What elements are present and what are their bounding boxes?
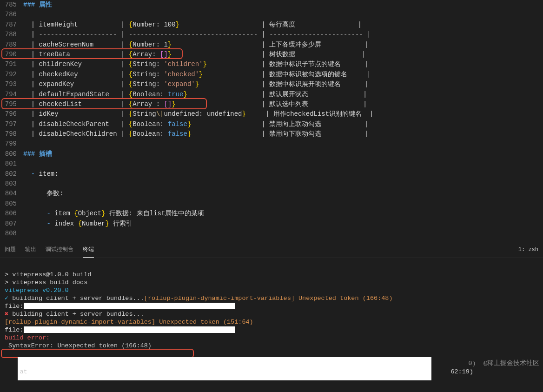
line-content: | idKey | {String\|undefined: undefined}… (23, 109, 543, 119)
redacted-block (18, 357, 431, 380)
highlight-annotation (1, 349, 194, 358)
line-content (23, 10, 543, 20)
line-content (23, 159, 543, 169)
editor-pane[interactable]: 785### 属性786787 | itemHeight | {Number: … (0, 0, 543, 242)
line-content (23, 179, 543, 189)
code-line[interactable]: 790 | treeData | {Array: []} | 树状数据 | (0, 50, 543, 60)
line-number: 787 (0, 20, 23, 30)
code-line[interactable]: 785### 属性 (0, 0, 543, 10)
terminal-line: vitepress v0.20.0 (5, 286, 538, 294)
code-line[interactable]: 798 | disableCheckChildren | {Boolean: f… (0, 129, 543, 139)
line-number: 800 (0, 149, 23, 159)
line-content (23, 139, 543, 149)
line-content: | defaultExpandState | {Boolean: true} |… (23, 90, 543, 100)
line-content: | -------------------- | ---------------… (23, 30, 543, 40)
panel-tab-terminal[interactable]: 终端 (83, 242, 94, 258)
terminal-line: build error: (5, 334, 538, 342)
terminal-line: ✖ building client + server bundles... (5, 310, 538, 318)
terminal-output[interactable]: > vitepress@1.0.0 build> vitepress build… (0, 258, 543, 392)
terminal-line: > vitepress build docs (5, 279, 538, 286)
terminal-line: file: (5, 302, 538, 310)
line-content: | itemHeight | {Number: 100} | 每行高度 | (23, 20, 543, 30)
line-number: 807 (0, 219, 23, 229)
line-number: 792 (0, 70, 23, 80)
line-number: 802 (0, 169, 23, 179)
line-number: 793 (0, 80, 23, 89)
panel-tab-output[interactable]: 输出 (25, 242, 36, 258)
code-line[interactable]: 791 | childrenKey | {String: 'children'}… (0, 60, 543, 69)
code-line[interactable]: 794 | defaultExpandState | {Boolean: tru… (0, 90, 543, 100)
terminal-line: SyntaxError: Unexpected token (166:48) (5, 342, 538, 350)
line-number: 805 (0, 199, 23, 209)
code-line[interactable]: 800### 插槽 (0, 149, 543, 159)
line-number: 798 (0, 129, 23, 139)
code-line[interactable]: 792 | checkedKey | {String: 'checked'} |… (0, 70, 543, 80)
code-line[interactable]: 796 | idKey | {String\|undefined: undefi… (0, 109, 543, 119)
code-line[interactable]: 807 - index {Number} 行索引 (0, 219, 543, 229)
line-number: 797 (0, 120, 23, 129)
code-line[interactable]: 786 (0, 10, 543, 20)
line-content: | cacheScreenNum | {Number: 1} | 上下各缓冲多少… (23, 40, 543, 50)
line-number: 790 (0, 50, 23, 60)
line-number: 789 (0, 40, 23, 50)
code-line[interactable]: 799 (0, 139, 543, 149)
terminal-selector-label: 1: zsh (518, 246, 538, 253)
line-number: 785 (0, 0, 23, 10)
code-line[interactable]: 806 - item {Object} 行数据: 来自list属性中的某项 (0, 209, 543, 219)
line-number: 796 (0, 109, 23, 119)
line-content: | expandKey | {String: 'expand'} | 数据中标识… (23, 80, 543, 89)
line-content: ### 插槽 (23, 149, 543, 159)
line-content (23, 229, 543, 239)
terminal-line: > vitepress@1.0.0 build (5, 271, 538, 279)
line-content (23, 199, 543, 209)
terminal-line: 0) @稀土掘金技术社区 (468, 359, 539, 367)
code-line[interactable]: 787 | itemHeight | {Number: 100} | 每行高度 … (0, 20, 543, 30)
panel-tab-debug[interactable]: 调试控制台 (46, 242, 73, 258)
line-number: 806 (0, 209, 23, 219)
terminal-line: [rollup-plugin-dynamic-import-variables]… (5, 318, 538, 326)
code-line[interactable]: 808 (0, 229, 543, 239)
line-content: | treeData | {Array: []} | 树状数据 | (23, 50, 543, 60)
code-line[interactable]: 803 (0, 179, 543, 189)
terminal-line: ✓ building client + server bundles...[ro… (5, 294, 538, 302)
line-number: 786 (0, 10, 23, 20)
code-line[interactable]: 797 | disableCheckParent | {Boolean: fal… (0, 120, 543, 129)
code-line[interactable]: 802 - item: (0, 169, 543, 179)
line-content: | disableCheckParent | {Boolean: false} … (23, 120, 543, 129)
line-number: 799 (0, 139, 23, 149)
code-line[interactable]: 793 | expandKey | {String: 'expand'} | 数… (0, 80, 543, 89)
terminal-selector[interactable]: 1: zsh (518, 246, 538, 253)
line-number: 795 (0, 100, 23, 109)
code-line[interactable]: 804 参数: (0, 189, 543, 199)
terminal-line: at (5, 368, 31, 376)
line-content: - index {Number} 行索引 (23, 219, 543, 229)
line-content: | checkedKey | {String: 'checked'} | 数据中… (23, 70, 543, 80)
terminal-line: file: (5, 326, 538, 334)
line-content: - item: (23, 169, 543, 179)
panel-tab-problems[interactable]: 问题 (5, 242, 16, 258)
line-content: 参数: (23, 189, 543, 199)
redacted-block (24, 326, 235, 333)
code-line[interactable]: 805 (0, 199, 543, 209)
line-number: 803 (0, 179, 23, 189)
line-content: | checkedList | {Array : []} | 默认选中列表 | (23, 100, 543, 109)
code-line[interactable]: 801 (0, 159, 543, 169)
code-line[interactable]: 788 | -------------------- | -----------… (0, 30, 543, 40)
line-number: 808 (0, 229, 23, 239)
line-content: | childrenKey | {String: 'children'} | 数… (23, 60, 543, 69)
line-content: ### 属性 (23, 0, 543, 10)
panel-tabs: 问题输出调试控制台终端 1: zsh (0, 242, 543, 258)
code-line[interactable]: 789 | cacheScreenNum | {Number: 1} | 上下各… (0, 40, 543, 50)
code-line[interactable]: 795 | checkedList | {Array : []} | 默认选中列… (0, 100, 543, 109)
line-content: | disableCheckChildren | {Boolean: false… (23, 129, 543, 139)
line-number: 788 (0, 30, 23, 40)
line-content: - item {Object} 行数据: 来自list属性中的某项 (23, 209, 543, 219)
redacted-block (24, 303, 235, 309)
terminal-line: 62:19) (450, 368, 473, 376)
line-number: 801 (0, 159, 23, 169)
line-number: 804 (0, 189, 23, 199)
line-number: 794 (0, 90, 23, 100)
line-number: 791 (0, 60, 23, 69)
